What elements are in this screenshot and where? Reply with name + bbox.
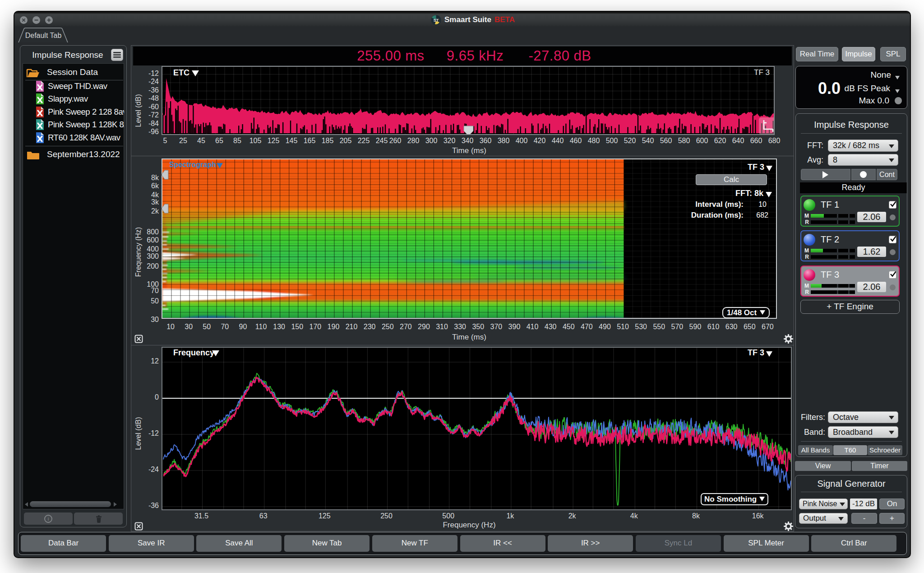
svg-text:i: i (48, 516, 49, 522)
svg-text:ST: ST (434, 18, 439, 23)
